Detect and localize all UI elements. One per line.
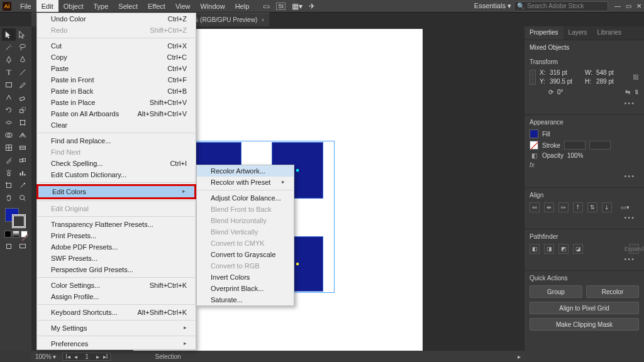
flip-h-icon[interactable]: ⇋ [625,89,630,96]
menu-item[interactable]: My Settings [37,322,196,334]
menu-item[interactable]: Undo ColorCtrl+Z [37,13,196,25]
more-options-icon[interactable]: ••• [530,98,639,108]
quick-alignpixel-button[interactable]: Align to Pixel Grid [530,302,639,314]
perspective-grid-tool[interactable] [16,129,30,141]
shape-builder-tool[interactable] [2,129,16,141]
transform-w[interactable]: 548 pt [596,69,629,76]
menu-item[interactable]: Color Settings...Shift+Ctrl+K [37,280,196,291]
menu-item[interactable]: Edit Custom Dictionary... [37,169,196,180]
stroke-weight[interactable] [564,141,586,150]
menu-item[interactable]: Preferences [37,338,196,349]
menu-item[interactable]: Paste in PlaceShift+Ctrl+V [37,97,196,108]
submenu-item[interactable]: Overprint Black... [197,283,294,294]
submenu-item[interactable]: Adjust Color Balance... [197,192,294,204]
menu-item[interactable]: CutCtrl+X [37,40,196,52]
menu-item[interactable]: Find and Replace... [37,135,196,146]
artboard-tool[interactable] [2,179,16,192]
stock-icon[interactable]: St [276,3,286,10]
bridge-icon[interactable]: ▭ [263,2,270,11]
align-to-icon[interactable]: ▭▾ [620,202,630,212]
window-restore-icon[interactable]: ▭ [626,3,631,9]
menu-object[interactable]: Object [58,0,89,12]
stroke-profile[interactable] [589,141,611,150]
column-graph-tool[interactable] [16,167,30,179]
menu-select[interactable]: Select [113,0,143,12]
pf-unite-icon[interactable]: ◧ [530,244,540,254]
gpu-icon[interactable]: ✈ [309,2,315,11]
shaper-tool[interactable] [2,91,16,104]
pf-minus-front-icon[interactable]: ◨ [544,244,554,254]
more-options-icon[interactable]: ••• [530,254,639,264]
eyedropper-tool[interactable] [2,154,16,167]
transform-h[interactable]: 289 pt [596,78,629,85]
menu-item-edit-colors[interactable]: Edit Colors [38,186,194,197]
transform-x[interactable]: 316 pt [550,69,582,76]
menu-effect[interactable]: Effect [143,0,170,12]
menu-item[interactable]: Assign Profile... [37,291,196,302]
menu-item[interactable]: Clear [37,119,196,131]
curvature-tool[interactable] [16,53,30,66]
slice-tool[interactable] [16,179,30,192]
menu-item[interactable]: Paste in FrontCtrl+F [37,74,196,85]
transform-y[interactable]: 390.5 pt [550,78,582,85]
submenu-item[interactable]: Invert Colors [197,272,294,283]
fill-stroke-swatch[interactable] [3,208,28,228]
menu-item[interactable]: Paste in BackCtrl+B [37,85,196,97]
quick-recolor-button[interactable]: Recolor [586,285,639,298]
menu-item[interactable]: CopyCtrl+C [37,52,196,63]
submenu-item[interactable]: Recolor Artwork... [197,165,294,177]
eraser-tool[interactable] [16,91,30,104]
zoom-level[interactable]: 100% ▾ [35,353,56,360]
blend-tool[interactable] [16,154,30,167]
menu-item[interactable]: Transparency Flattener Presets... [37,219,196,230]
lasso-tool[interactable] [16,41,30,53]
paintbrush-tool[interactable] [16,79,30,91]
fx-icon[interactable]: fx [530,162,538,168]
panel-tab-libraries[interactable]: Libraries [592,26,626,40]
rotate-tool[interactable] [2,104,16,116]
artboard-nav[interactable]: I◂◂1▸▸I [62,353,111,361]
free-transform-tool[interactable] [16,116,30,129]
search-stock-input[interactable]: 🔍 Search Adobe Stock [514,1,608,11]
zoom-tool[interactable] [16,192,30,204]
gradient-tool[interactable] [16,141,30,154]
panel-tab-properties[interactable]: Properties [525,26,564,40]
more-options-icon[interactable]: ••• [530,171,639,181]
menu-item[interactable]: Paste on All ArtboardsAlt+Shift+Ctrl+V [37,108,196,119]
submenu-item[interactable]: Saturate... [197,294,294,305]
pf-expand-button[interactable]: Expand [629,244,639,254]
opacity-value[interactable]: 100% [567,152,595,159]
transform-rotate[interactable]: 0° [557,89,585,96]
flip-v-icon[interactable]: ⥮ [634,89,639,96]
close-tab-icon[interactable]: × [261,17,264,23]
window-minimize-icon[interactable]: — [614,3,621,9]
align-top-icon[interactable]: ⤒ [573,202,583,212]
stroke-swatch[interactable] [530,141,538,150]
menu-item[interactable]: Check Spelling...Ctrl+I [37,158,196,169]
more-options-icon[interactable]: ••• [530,212,639,222]
menu-item[interactable]: PasteCtrl+V [37,63,196,74]
direct-selection-tool[interactable] [16,28,30,41]
color-mode-row[interactable] [4,231,28,238]
submenu-item[interactable]: Convert to Grayscale [197,249,294,260]
fill-swatch[interactable] [530,129,538,138]
magic-wand-tool[interactable] [2,41,16,53]
symbol-sprayer-tool[interactable] [2,167,16,179]
rectangle-tool[interactable] [2,79,16,91]
menu-item[interactable]: Keyboard Shortcuts...Alt+Shift+Ctrl+K [37,307,196,318]
align-vcenter-icon[interactable]: ⇅ [587,202,597,212]
align-hcenter-icon[interactable]: ⇹ [544,202,554,212]
width-tool[interactable] [2,116,16,129]
link-wh-icon[interactable]: ⛓ [633,74,639,80]
workspace-switcher[interactable]: Essentials ▾ [474,2,511,10]
line-tool[interactable] [16,66,30,79]
menu-item[interactable]: Perspective Grid Presets... [37,264,196,275]
menu-item[interactable]: Adobe PDF Presets... [37,241,196,253]
pf-exclude-icon[interactable]: ◪ [573,244,583,254]
menu-help[interactable]: Help [230,0,255,12]
arrange-doc-icon[interactable]: ▦▾ [292,2,303,11]
scale-tool[interactable] [16,104,30,116]
pf-intersect-icon[interactable]: ◩ [558,244,569,254]
menu-item[interactable]: Print Presets... [37,230,196,241]
mesh-tool[interactable] [2,141,16,154]
